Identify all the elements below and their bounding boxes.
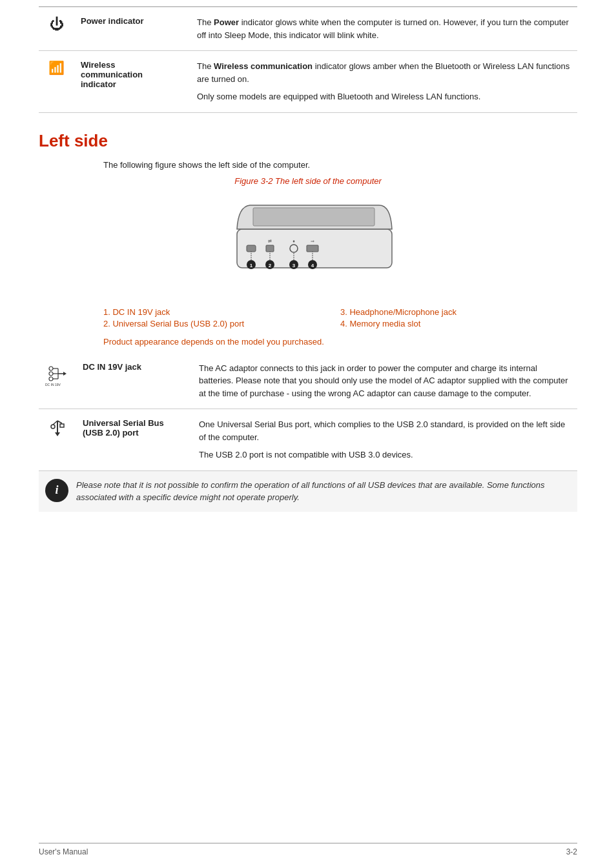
wireless-label-line1: Wireless <box>81 60 115 70</box>
svg-rect-35 <box>60 424 64 427</box>
legend-col-2: 3. Headphone/Microphone jack 4. Memory m… <box>340 307 577 330</box>
wireless-desc-para2: Only some models are equipped with Bluet… <box>197 90 571 103</box>
power-desc-rest: indicator glows white when the computer … <box>197 17 569 40</box>
svg-marker-36 <box>55 432 60 436</box>
wireless-label-line3: indicator <box>81 79 116 89</box>
svg-rect-3 <box>266 245 274 252</box>
power-icon-cell: ⏻ <box>39 7 74 51</box>
usb-description: One Universal Serial Bus port, which com… <box>192 409 577 471</box>
usb-label: Universal Serial Bus (USB 2.0) port <box>76 409 192 471</box>
power-bold: Power <box>214 17 239 27</box>
info-icon: i <box>45 479 68 502</box>
wireless-label: Wireless communication indicator <box>74 51 190 113</box>
product-note: Product appearance depends on the model … <box>103 337 577 347</box>
info-box: i Please note that it is not possible to… <box>39 471 577 512</box>
info-box-text: Please note that it is not possible to c… <box>76 479 571 504</box>
dc-desc-text: The AC adaptor connects to this jack in … <box>199 362 571 400</box>
svg-text:♦: ♦ <box>293 239 295 243</box>
wireless-icon: 📶 <box>48 61 65 75</box>
wireless-icon-cell: 📶 <box>39 51 74 113</box>
svg-point-33 <box>51 425 55 429</box>
svg-text:⇒: ⇒ <box>311 239 314 243</box>
svg-point-23 <box>49 377 53 381</box>
wireless-bold: Wireless communication <box>214 61 313 71</box>
power-label: Power indicator <box>74 7 190 51</box>
legend-item-1: 1. DC IN 19V jack <box>103 307 340 317</box>
usb-icon-cell <box>39 409 76 471</box>
usb-icon <box>48 427 67 440</box>
dc-label: DC IN 19V jack <box>76 353 192 409</box>
svg-text:1: 1 <box>250 263 253 268</box>
usb-label-line2: (USB 2.0) port <box>83 428 139 438</box>
indicator-table: ⏻ Power indicator The Power indicator gl… <box>39 7 577 113</box>
computer-diagram-svg: 1 2 3 4 ⇌ ♦ ⇒ <box>198 194 418 297</box>
usb-desc-para1: One Universal Serial Bus port, which com… <box>199 418 571 443</box>
legend-item-4: 4. Memory media slot <box>340 319 577 328</box>
svg-text:3: 3 <box>293 263 296 268</box>
left-side-table: DC IN 19V DC IN 19V jack The AC adaptor … <box>39 353 577 471</box>
svg-marker-29 <box>63 372 67 376</box>
legend-container: 1. DC IN 19V jack 2. Universal Serial Bu… <box>103 307 577 330</box>
legend-col-1: 1. DC IN 19V jack 2. Universal Serial Bu… <box>103 307 340 330</box>
svg-point-21 <box>49 367 53 370</box>
page-footer: User's Manual 3-2 <box>39 843 577 856</box>
table-row: ⏻ Power indicator The Power indicator gl… <box>39 7 577 51</box>
svg-rect-1 <box>253 208 375 226</box>
usb-label-line1: Universal Serial Bus <box>83 418 164 428</box>
svg-text:4: 4 <box>311 263 314 268</box>
table-row: Universal Serial Bus (USB 2.0) port One … <box>39 409 577 471</box>
diagram-container: 1 2 3 4 ⇌ ♦ ⇒ <box>39 194 577 297</box>
left-side-heading: Left side <box>39 131 577 151</box>
wireless-description: The Wireless communication indicator glo… <box>190 51 577 113</box>
dc-description: The AC adaptor connects to this jack in … <box>192 353 577 409</box>
svg-point-22 <box>49 372 53 376</box>
figure-caption: Figure 3-2 The left side of the computer <box>39 176 577 186</box>
svg-line-32 <box>53 421 57 425</box>
legend-item-3: 3. Headphone/Microphone jack <box>340 307 577 317</box>
svg-text:2: 2 <box>269 263 272 268</box>
svg-line-34 <box>57 421 62 423</box>
svg-text:⇌: ⇌ <box>268 239 272 243</box>
table-row: 📶 Wireless communication indicator The W… <box>39 51 577 113</box>
table-row: DC IN 19V DC IN 19V jack The AC adaptor … <box>39 353 577 409</box>
svg-rect-5 <box>307 245 318 252</box>
svg-rect-2 <box>247 245 256 252</box>
wireless-label-line2: communication <box>81 70 143 79</box>
power-icon: ⏻ <box>50 16 64 33</box>
footer-left: User's Manual <box>39 847 88 856</box>
power-description: The Power indicator glows white when the… <box>190 7 577 51</box>
dc-icon: DC IN 19V <box>45 362 70 387</box>
legend-item-2: 2. Universal Serial Bus (USB 2.0) port <box>103 319 340 328</box>
footer-right: 3-2 <box>566 847 577 856</box>
section-intro: The following figure shows the left side… <box>103 160 577 170</box>
dc-icon-cell: DC IN 19V <box>39 353 76 409</box>
svg-text:DC IN 19V: DC IN 19V <box>45 383 61 387</box>
usb-desc-para2: The USB 2.0 port is not compatible with … <box>199 449 571 461</box>
